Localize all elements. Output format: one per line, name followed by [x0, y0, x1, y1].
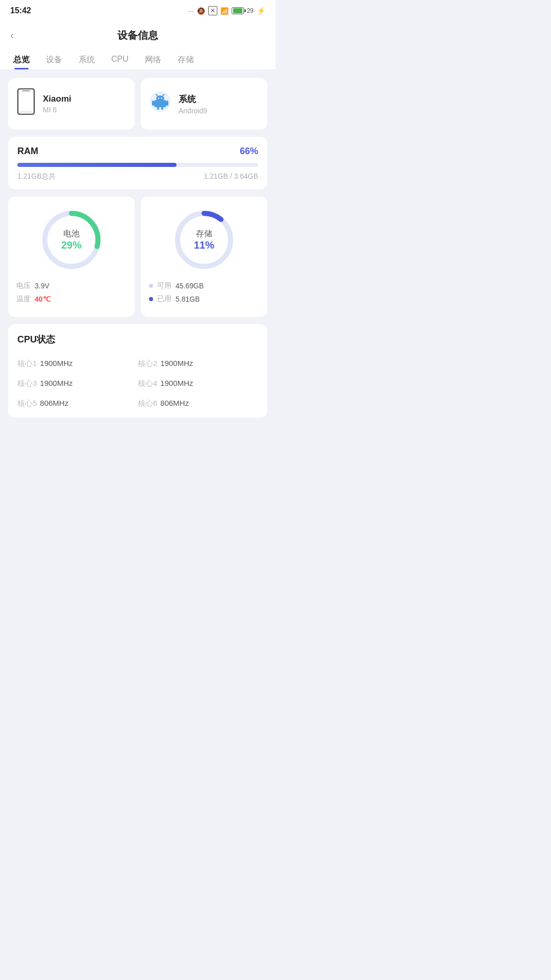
- metric-cards-row: 电池 29% 电压 3.9V 温度 40℃: [8, 197, 267, 317]
- device-name: Xiaomi: [43, 94, 71, 104]
- main-content: Xiaomi MI 6: [0, 70, 276, 433]
- storage-circle-value: 11%: [194, 239, 214, 251]
- cpu-core-item: 核心5806MHz: [17, 394, 138, 413]
- ram-stats: 1.21GB总共 1.21GB / 3.64GB: [17, 172, 258, 181]
- tab-device[interactable]: 设备: [38, 48, 70, 69]
- close-square-icon: ✕: [208, 6, 217, 15]
- storage-donut-center: 存储 11%: [194, 229, 214, 251]
- page-header: ‹ 设备信息: [0, 20, 276, 48]
- battery-circle-value: 29%: [61, 239, 82, 251]
- svg-point-7: [161, 97, 162, 99]
- used-value: 5.81GB: [176, 295, 199, 303]
- device-info-phone: Xiaomi MI 6: [43, 94, 71, 114]
- wifi-icon: 📶: [220, 7, 229, 15]
- device-info-system: 系统 Android9: [179, 93, 207, 115]
- status-bar: 15:42 ··· 🔕 ✕ 📶 29 ⚡: [0, 0, 276, 20]
- battery-fill: [233, 8, 242, 13]
- svg-rect-11: [166, 101, 168, 106]
- system-name: 系统: [179, 93, 207, 105]
- ram-percent: 66%: [240, 146, 258, 157]
- svg-rect-10: [152, 101, 154, 106]
- svg-rect-1: [22, 90, 30, 91]
- tab-network[interactable]: 网络: [137, 48, 169, 69]
- mute-icon: 🔕: [197, 7, 205, 15]
- storage-card: 存储 11% 可用 45.69GB 已用 5.81GB: [141, 197, 267, 317]
- device-model: MI 6: [43, 106, 71, 114]
- temp-label: 温度: [16, 295, 31, 304]
- cpu-core-item: 核心41900MHz: [138, 374, 258, 394]
- ram-card: RAM 66% 1.21GB总共 1.21GB / 3.64GB: [8, 137, 267, 189]
- ram-header: RAM 66%: [17, 146, 258, 157]
- voltage-label: 电压: [16, 281, 31, 290]
- cpu-card-title: CPU状态: [17, 333, 258, 346]
- storage-used-row: 已用 5.81GB: [149, 295, 259, 304]
- storage-donut: 存储 11%: [171, 207, 237, 273]
- cpu-cores-grid: 核心11900MHz核心21900MHz核心31900MHz核心41900MHz…: [17, 354, 258, 413]
- device-card-phone: Xiaomi MI 6: [8, 78, 135, 130]
- system-version: Android9: [179, 107, 207, 115]
- tab-system[interactable]: 系统: [70, 48, 103, 69]
- voltage-value: 3.9V: [35, 282, 49, 290]
- svg-rect-0: [18, 89, 34, 114]
- svg-rect-2: [20, 111, 32, 113]
- ram-total: 1.21GB总共: [17, 172, 56, 181]
- signal-icon: ···: [188, 7, 194, 15]
- battery-temp-row: 温度 40℃: [16, 295, 127, 304]
- svg-rect-13: [161, 106, 163, 110]
- status-icons: ··· 🔕 ✕ 📶 29 ⚡: [188, 6, 265, 15]
- page-title: 设备信息: [117, 29, 158, 42]
- status-time: 15:42: [10, 6, 31, 15]
- battery-donut: 电池 29%: [38, 207, 105, 273]
- used-label: 已用: [157, 295, 171, 304]
- battery-percent: 29: [247, 7, 254, 14]
- tab-storage[interactable]: 存储: [169, 48, 202, 69]
- back-button[interactable]: ‹: [10, 29, 14, 42]
- charging-icon: ⚡: [257, 7, 265, 15]
- battery-card: 电池 29% 电压 3.9V 温度 40℃: [8, 197, 135, 317]
- battery-indicator: [232, 7, 244, 14]
- storage-available-row: 可用 45.69GB: [149, 281, 259, 290]
- temp-value: 40℃: [35, 295, 51, 303]
- svg-point-5: [156, 95, 164, 102]
- device-cards-row: Xiaomi MI 6: [8, 78, 267, 130]
- tab-overview[interactable]: 总览: [5, 48, 38, 69]
- cpu-core-item: 核心11900MHz: [17, 354, 138, 374]
- phone-icon: [16, 88, 36, 119]
- svg-point-6: [158, 97, 159, 99]
- cpu-card: CPU状态 核心11900MHz核心21900MHz核心31900MHz核心41…: [8, 324, 267, 418]
- ram-usage: 1.21GB / 3.64GB: [204, 172, 258, 181]
- battery-circle-label: 电池: [61, 229, 82, 239]
- device-card-system: 系统 Android9: [141, 78, 267, 130]
- battery-donut-center: 电池 29%: [61, 229, 82, 251]
- android-icon: [149, 90, 171, 117]
- ram-progress-fill: [17, 163, 177, 167]
- available-dot: [149, 284, 153, 288]
- cpu-core-item: 核心21900MHz: [138, 354, 258, 374]
- battery-voltage-row: 电压 3.9V: [16, 281, 127, 290]
- ram-label: RAM: [17, 146, 38, 157]
- tab-bar: 总览 设备 系统 CPU 网络 存储: [0, 48, 276, 70]
- svg-rect-12: [157, 106, 159, 110]
- used-dot: [149, 297, 153, 301]
- available-value: 45.69GB: [176, 282, 204, 290]
- ram-progress-bar: [17, 163, 258, 167]
- battery-details: 电压 3.9V 温度 40℃: [16, 281, 127, 308]
- cpu-core-item: 核心31900MHz: [17, 374, 138, 394]
- available-label: 可用: [157, 281, 171, 290]
- battery-tip: [244, 9, 246, 12]
- storage-details: 可用 45.69GB 已用 5.81GB: [149, 281, 259, 308]
- tab-cpu[interactable]: CPU: [103, 48, 137, 69]
- cpu-core-item: 核心6806MHz: [138, 394, 258, 413]
- storage-circle-label: 存储: [194, 229, 214, 239]
